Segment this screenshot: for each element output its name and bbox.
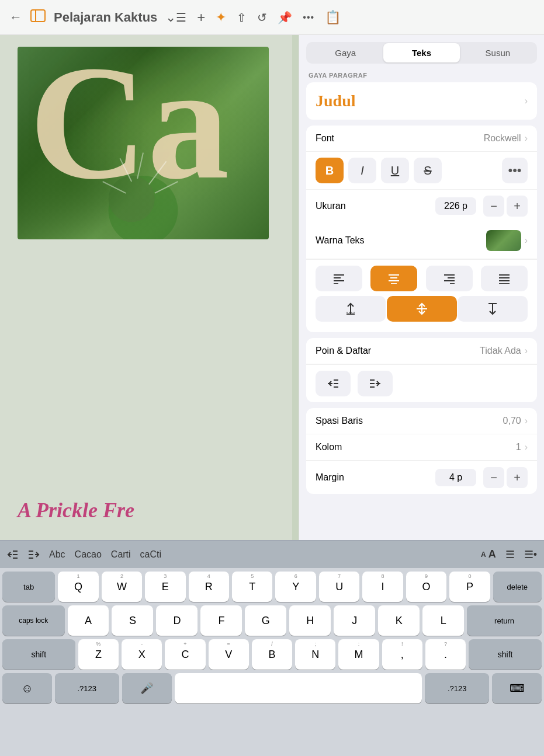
kb-toolbar-cacao[interactable]: Cacao [75, 549, 102, 560]
line-spacing-row[interactable]: Spasi Baris 0,70 › [306, 408, 537, 434]
key-t[interactable]: 5T [232, 572, 272, 602]
cactus-image[interactable]: Ca [18, 47, 269, 239]
key-keyboard[interactable]: ⌨ [492, 673, 542, 703]
top-bar-left: ← Pelajaran Kaktus ⌄ [9, 9, 176, 26]
kb-toolbar-indent-dec[interactable] [7, 550, 19, 559]
key-q[interactable]: 1Q [58, 572, 98, 602]
key-n[interactable]: ;N [295, 639, 335, 670]
columns-label: Kolom [316, 442, 516, 452]
indent-row [306, 364, 537, 402]
top-bar-right: ☰ + ✦ ⇧ ↺ 📌 ••• 📋 [176, 9, 341, 26]
bold-button[interactable]: B [316, 158, 344, 183]
doc-icon[interactable]: 📋 [325, 10, 341, 25]
more-icon[interactable]: ••• [303, 12, 314, 23]
size-minus-button[interactable]: − [483, 196, 504, 217]
key-delete[interactable]: delete [493, 572, 542, 602]
back-icon[interactable]: ← [9, 10, 22, 25]
key-d[interactable]: D [156, 605, 197, 636]
margin-plus-button[interactable]: + [507, 467, 528, 488]
align-center-button[interactable] [370, 266, 417, 291]
key-return[interactable]: return [467, 605, 542, 636]
key-i[interactable]: 8I [362, 572, 403, 602]
key-shift-left[interactable]: shift [2, 639, 75, 670]
valign-bottom-button[interactable] [458, 296, 528, 322]
key-u[interactable]: 7U [319, 572, 359, 602]
margin-minus-button[interactable]: − [483, 467, 504, 488]
doc-title-chevron[interactable]: ⌄ [165, 10, 176, 25]
align-left-button[interactable] [316, 266, 362, 291]
bullets-row[interactable]: Poin & Daftar Tidak Ada › [306, 338, 537, 364]
more-format-button[interactable]: ••• [502, 158, 528, 183]
color-row[interactable]: Warna Teks › [306, 222, 537, 259]
kb-toolbar-aa[interactable]: AA [481, 548, 496, 560]
columns-row[interactable]: Kolom 1 › [306, 434, 537, 461]
list-icon[interactable]: ☰ [176, 11, 186, 25]
key-a[interactable]: A [68, 605, 109, 636]
font-row[interactable]: Font Rockwell › [306, 126, 537, 152]
key-p[interactable]: 0P [449, 572, 490, 602]
kb-toolbar-carti[interactable]: Carti [111, 549, 131, 560]
key-j[interactable]: J [334, 605, 375, 636]
italic-button[interactable]: I [348, 158, 376, 183]
key-emoji[interactable]: ☺ [2, 673, 52, 703]
paragraph-style-row[interactable]: Judul › [306, 82, 537, 120]
pin-icon[interactable]: 📌 [278, 11, 292, 25]
tab-teks[interactable]: Teks [383, 43, 459, 62]
key-r[interactable]: 4R [189, 572, 229, 602]
key-shift-right[interactable]: shift [469, 639, 542, 670]
tab-gaya[interactable]: Gaya [307, 43, 383, 62]
key-w[interactable]: 2W [102, 572, 142, 602]
size-plus-button[interactable]: + [507, 196, 528, 217]
key-f[interactable]: F [200, 605, 242, 636]
color-preview[interactable] [486, 230, 521, 251]
indent-decrease-button[interactable] [316, 371, 351, 396]
kb-toolbar-abc[interactable]: Abc [49, 549, 65, 560]
valign-top-button[interactable] [316, 296, 386, 322]
key-z[interactable]: %Z [78, 639, 119, 670]
key-b[interactable]: /B [252, 639, 292, 670]
key-k[interactable]: K [378, 605, 420, 636]
key-mic[interactable]: 🎤 [122, 673, 172, 703]
key-m[interactable]: :M [338, 639, 379, 670]
key-space[interactable] [175, 673, 422, 703]
key-num123-right[interactable]: .?123 [425, 673, 489, 703]
key-x[interactable]: -X [122, 639, 162, 670]
key-s[interactable]: S [112, 605, 153, 636]
share-icon[interactable]: ⇧ [237, 11, 247, 25]
key-comma[interactable]: !, [382, 639, 422, 670]
paragraph-style-card: Judul › [306, 82, 537, 120]
paragraph-style-label: GAYA PARAGRAF [299, 64, 544, 82]
magic-icon[interactable]: ✦ [216, 10, 226, 25]
key-g[interactable]: G [245, 605, 286, 636]
key-period[interactable]: ?. [425, 639, 466, 670]
key-h[interactable]: H [289, 605, 331, 636]
key-e[interactable]: 3E [145, 572, 185, 602]
valign-middle-button[interactable] [387, 296, 457, 322]
kb-toolbar-format[interactable]: ☰• [524, 548, 537, 561]
add-icon[interactable]: + [197, 9, 205, 26]
keyboard-rows: tab 1Q 2W 3E 4R 5T 6Y 7U 8I 9O 0P delete… [0, 568, 544, 706]
underline-button[interactable]: U [381, 158, 409, 183]
page-canvas: Ca A Prickle Fre [0, 35, 292, 540]
align-justify-button[interactable] [481, 266, 528, 291]
sidebar-icon[interactable] [30, 9, 46, 26]
key-c[interactable]: +C [165, 639, 205, 670]
indent-increase-button[interactable] [358, 371, 393, 396]
kb-toolbar-align[interactable]: ☰ [505, 548, 515, 561]
svg-rect-0 [31, 10, 45, 22]
key-v[interactable]: =V [209, 639, 249, 670]
key-capslock[interactable]: caps lock [2, 605, 64, 636]
key-o[interactable]: 9O [406, 572, 446, 602]
font-label: Font [316, 133, 484, 144]
kb-toolbar-indent-inc[interactable] [28, 550, 40, 559]
strikethrough-button[interactable]: S [414, 158, 442, 183]
key-tab[interactable]: tab [2, 572, 55, 602]
style-name: Judul [316, 92, 525, 110]
tab-susun[interactable]: Susun [460, 43, 536, 62]
key-l[interactable]: L [422, 605, 464, 636]
align-right-button[interactable] [426, 266, 473, 291]
kb-toolbar-cacti[interactable]: caCti [140, 549, 161, 560]
history-icon[interactable]: ↺ [257, 11, 267, 25]
key-y[interactable]: 6Y [275, 572, 316, 602]
key-num123-left[interactable]: .?123 [55, 673, 119, 703]
